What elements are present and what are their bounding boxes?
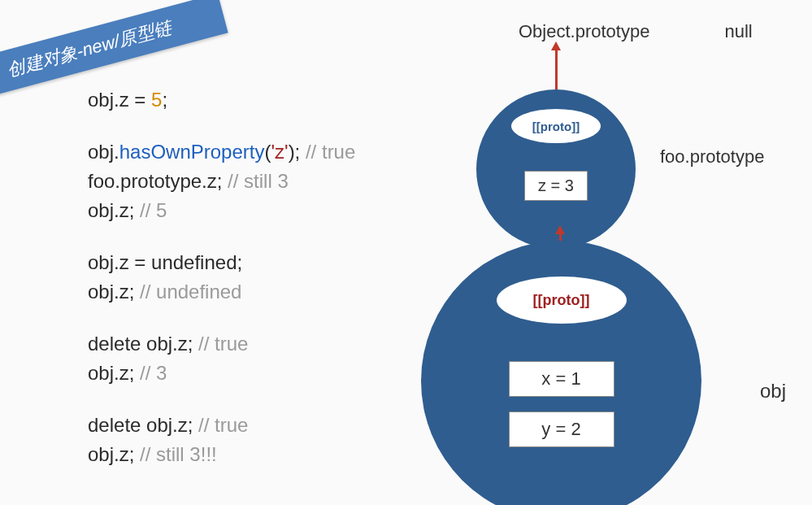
code-group-3: obj.z = undefined; obj.z; // undefined [88, 248, 355, 307]
code-text: obj.z; [88, 281, 140, 303]
code-text: obj.z; [88, 443, 140, 465]
code-comment: // true [198, 414, 248, 436]
code-text: ); [289, 141, 306, 163]
code-text: delete obj.z; [88, 333, 198, 355]
code-text: obj.z; [88, 199, 140, 221]
code-comment: // true [198, 333, 248, 355]
null-label: null [724, 21, 752, 42]
code-text: delete obj.z; [88, 414, 198, 436]
code-group-1: obj.z = 5; [88, 85, 355, 115]
code-comment: // 5 [140, 199, 167, 221]
code-block: obj.z = 5; obj.hasOwnProperty('z'); // t… [88, 85, 355, 469]
code-group-2: obj.hasOwnProperty('z'); // true foo.pro… [88, 137, 355, 225]
prototype-chain-top: Object.prototype null [519, 21, 753, 42]
code-method: hasOwnProperty [119, 141, 265, 163]
obj-label: obj [760, 380, 786, 403]
code-string: 'z' [271, 141, 288, 163]
code-comment: // still 3!!! [140, 443, 217, 465]
code-group-4: delete obj.z; // true obj.z; // 3 [88, 329, 355, 388]
proto-label: [[proto]] [497, 276, 627, 324]
code-text: obj. [88, 141, 119, 163]
code-text: foo.prototype.z; [88, 170, 228, 192]
code-comment: // still 3 [228, 170, 289, 192]
code-text: obj.z; [88, 362, 140, 384]
code-text: obj.z = [88, 89, 151, 111]
object-prototype-label: Object.prototype [519, 21, 649, 42]
foo-prototype-label: foo.prototype [660, 146, 764, 168]
code-text: obj.z = undefined; [88, 251, 242, 273]
property-y-box: y = 2 [509, 411, 614, 447]
code-group-5: delete obj.z; // true obj.z; // still 3!… [88, 411, 355, 469]
property-x-box: x = 1 [509, 361, 614, 397]
obj-node: [[proto]] x = 1 y = 2 [421, 241, 701, 505]
arrow-up-icon [555, 49, 558, 89]
code-number: 5 [151, 89, 162, 111]
code-comment: // true [306, 141, 355, 163]
property-z-box: z = 3 [524, 171, 588, 201]
code-comment: // 3 [140, 362, 167, 384]
code-text: ; [162, 89, 167, 111]
code-comment: // undefined [140, 281, 241, 303]
proto-label: [[proto]] [511, 109, 601, 143]
